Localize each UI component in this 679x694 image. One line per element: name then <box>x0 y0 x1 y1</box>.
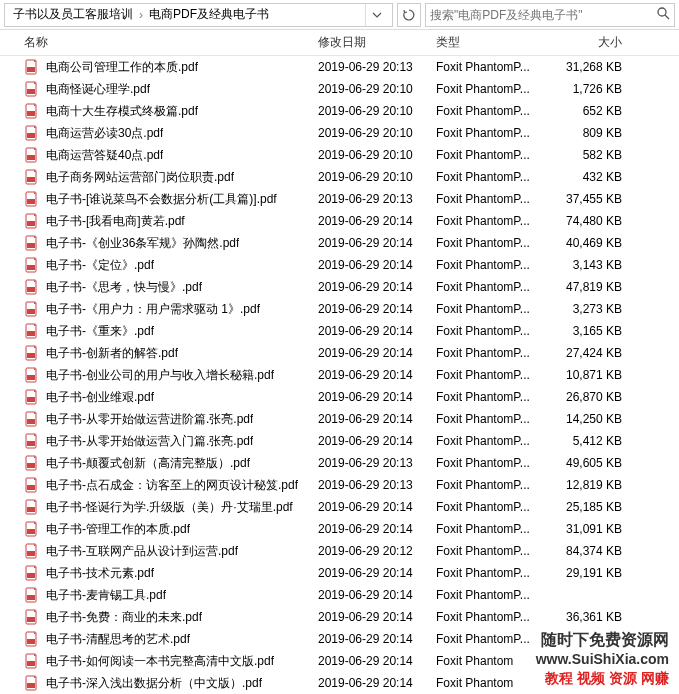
pdf-file-icon <box>24 367 40 383</box>
file-size: 582 KB <box>548 148 638 162</box>
column-header-name[interactable]: 名称 <box>18 34 318 51</box>
svg-rect-37 <box>27 441 35 446</box>
file-type: Foxit PhantomP... <box>436 104 548 118</box>
file-name: 电子书-从零开始做运营进阶篇.张亮.pdf <box>46 411 253 428</box>
refresh-button[interactable] <box>397 3 421 27</box>
file-name: 电子书-免费：商业的未来.pdf <box>46 609 202 626</box>
svg-rect-5 <box>27 89 35 94</box>
search-input[interactable] <box>430 8 656 22</box>
breadcrumb-item-2[interactable]: 电商PDF及经典电子书 <box>145 6 273 23</box>
pdf-file-icon <box>24 587 40 603</box>
column-header-date[interactable]: 修改日期 <box>318 34 436 51</box>
file-row[interactable]: 电子书-技术元素.pdf2019-06-29 20:14Foxit Phanto… <box>0 562 679 584</box>
file-row[interactable]: 电子书-《用户力：用户需求驱动 1》.pdf2019-06-29 20:14Fo… <box>0 298 679 320</box>
file-size: 5,412 KB <box>548 434 638 448</box>
file-row[interactable]: 电子书-颠覆式创新（高清完整版）.pdf2019-06-29 20:13Foxi… <box>0 452 679 474</box>
file-size: 3,165 KB <box>548 324 638 338</box>
file-type: Foxit PhantomP... <box>436 544 548 558</box>
file-size: 12,819 KB <box>548 478 638 492</box>
file-date: 2019-06-29 20:14 <box>318 610 436 624</box>
column-header-size[interactable]: 大小 <box>548 34 638 51</box>
file-row[interactable]: 电子书-从零开始做运营进阶篇.张亮.pdf2019-06-29 20:14Fox… <box>0 408 679 430</box>
search-box[interactable] <box>425 3 675 27</box>
file-type: Foxit PhantomP... <box>436 390 548 404</box>
pdf-file-icon <box>24 257 40 273</box>
column-header-type[interactable]: 类型 <box>436 34 548 51</box>
pdf-file-icon <box>24 81 40 97</box>
pdf-file-icon <box>24 235 40 251</box>
file-row[interactable]: 电商十大生存模式终极篇.pdf2019-06-29 20:10Foxit Pha… <box>0 100 679 122</box>
file-type: Foxit PhantomP... <box>436 170 548 184</box>
file-date: 2019-06-29 20:13 <box>318 192 436 206</box>
file-row[interactable]: 电子书-从零开始做运营入门篇.张亮.pdf2019-06-29 20:14Fox… <box>0 430 679 452</box>
file-size: 74,480 KB <box>548 214 638 228</box>
file-row[interactable]: 电子书-《思考，快与慢》.pdf2019-06-29 20:14Foxit Ph… <box>0 276 679 298</box>
file-row[interactable]: 电子书-《重来》.pdf2019-06-29 20:14Foxit Phanto… <box>0 320 679 342</box>
file-row[interactable]: 电子书-免费：商业的未来.pdf2019-06-29 20:14Foxit Ph… <box>0 606 679 628</box>
file-row[interactable]: 电子书-《定位》.pdf2019-06-29 20:14Foxit Phanto… <box>0 254 679 276</box>
file-row[interactable]: 电子书-管理工作的本质.pdf2019-06-29 20:14Foxit Pha… <box>0 518 679 540</box>
file-row[interactable]: 电商运营必读30点.pdf2019-06-29 20:10Foxit Phant… <box>0 122 679 144</box>
svg-rect-33 <box>27 397 35 402</box>
file-name: 电商公司管理工作的本质.pdf <box>46 59 198 76</box>
file-row[interactable]: 电商怪诞心理学.pdf2019-06-29 20:10Foxit Phantom… <box>0 78 679 100</box>
pdf-file-icon <box>24 609 40 625</box>
file-row[interactable]: 电子书-《创业36条军规》孙陶然.pdf2019-06-29 20:14Foxi… <box>0 232 679 254</box>
file-date: 2019-06-29 20:13 <box>318 60 436 74</box>
file-row[interactable]: 电子商务网站运营部门岗位职责.pdf2019-06-29 20:10Foxit … <box>0 166 679 188</box>
file-row[interactable]: 电子书-如何阅读一本书完整高清中文版.pdf2019-06-29 20:14Fo… <box>0 650 679 672</box>
file-date: 2019-06-29 20:14 <box>318 412 436 426</box>
file-row[interactable]: 电子书-清醒思考的艺术.pdf2019-06-29 20:14Foxit Pha… <box>0 628 679 650</box>
breadcrumb[interactable]: 子书以及员工客服培训 › 电商PDF及经典电子书 <box>4 3 393 27</box>
file-row[interactable]: 电商公司管理工作的本质.pdf2019-06-29 20:13Foxit Pha… <box>0 56 679 78</box>
svg-rect-51 <box>27 595 35 600</box>
file-row[interactable]: 电子书-创业公司的用户与收入增长秘籍.pdf2019-06-29 20:14Fo… <box>0 364 679 386</box>
pdf-file-icon <box>24 477 40 493</box>
file-row[interactable]: 电子书-点石成金：访客至上的网页设计秘笈.pdf2019-06-29 20:13… <box>0 474 679 496</box>
svg-rect-41 <box>27 485 35 490</box>
file-date: 2019-06-29 20:13 <box>318 478 436 492</box>
file-row[interactable]: 电子书-怪诞行为学.升级版（美）丹·艾瑞里.pdf2019-06-29 20:1… <box>0 496 679 518</box>
svg-rect-49 <box>27 573 35 578</box>
file-row[interactable]: 电商运营答疑40点.pdf2019-06-29 20:10Foxit Phant… <box>0 144 679 166</box>
file-date: 2019-06-29 20:14 <box>318 566 436 580</box>
file-type: Foxit PhantomP... <box>436 346 548 360</box>
file-type: Foxit Phantom <box>436 654 548 668</box>
file-type: Foxit PhantomP... <box>436 632 548 646</box>
svg-rect-53 <box>27 617 35 622</box>
file-type: Foxit PhantomP... <box>436 478 548 492</box>
file-row[interactable]: 电子书-麦肯锡工具.pdf2019-06-29 20:14Foxit Phant… <box>0 584 679 606</box>
breadcrumb-item-1[interactable]: 子书以及员工客服培训 <box>9 6 137 23</box>
svg-rect-3 <box>27 67 35 72</box>
search-icon[interactable] <box>656 6 670 23</box>
column-header-row: 名称 修改日期 类型 大小 <box>0 30 679 56</box>
file-size: 47,819 KB <box>548 280 638 294</box>
svg-rect-39 <box>27 463 35 468</box>
file-type: Foxit PhantomP... <box>436 522 548 536</box>
svg-rect-21 <box>27 265 35 270</box>
file-row[interactable]: 电子书-互联网产品从设计到运营.pdf2019-06-29 20:12Foxit… <box>0 540 679 562</box>
pdf-file-icon <box>24 565 40 581</box>
file-type: Foxit PhantomP... <box>436 588 548 602</box>
file-row[interactable]: 电子书-创新者的解答.pdf2019-06-29 20:14Foxit Phan… <box>0 342 679 364</box>
breadcrumb-separator-icon: › <box>137 8 145 22</box>
file-row[interactable]: 电子书-创业维艰.pdf2019-06-29 20:14Foxit Phanto… <box>0 386 679 408</box>
file-row[interactable]: 电子书-深入浅出数据分析（中文版）.pdf2019-06-29 20:14Fox… <box>0 672 679 694</box>
file-date: 2019-06-29 20:14 <box>318 302 436 316</box>
pdf-file-icon <box>24 631 40 647</box>
breadcrumb-dropdown-icon[interactable] <box>365 4 388 26</box>
file-row[interactable]: 电子书-[我看电商]黄若.pdf2019-06-29 20:14Foxit Ph… <box>0 210 679 232</box>
file-date: 2019-06-29 20:14 <box>318 280 436 294</box>
file-date: 2019-06-29 20:14 <box>318 258 436 272</box>
file-list: 名称 修改日期 类型 大小 电商公司管理工作的本质.pdf2019-06-29 … <box>0 30 679 694</box>
file-name: 电商十大生存模式终极篇.pdf <box>46 103 198 120</box>
file-size: 29,191 KB <box>548 566 638 580</box>
file-type: Foxit PhantomP... <box>436 60 548 74</box>
svg-rect-25 <box>27 309 35 314</box>
file-date: 2019-06-29 20:14 <box>318 390 436 404</box>
pdf-file-icon <box>24 389 40 405</box>
file-row[interactable]: 电子书-[谁说菜鸟不会数据分析(工具篇)].pdf2019-06-29 20:1… <box>0 188 679 210</box>
svg-rect-57 <box>27 661 35 666</box>
file-type: Foxit PhantomP... <box>436 192 548 206</box>
file-name: 电子书-颠覆式创新（高清完整版）.pdf <box>46 455 250 472</box>
